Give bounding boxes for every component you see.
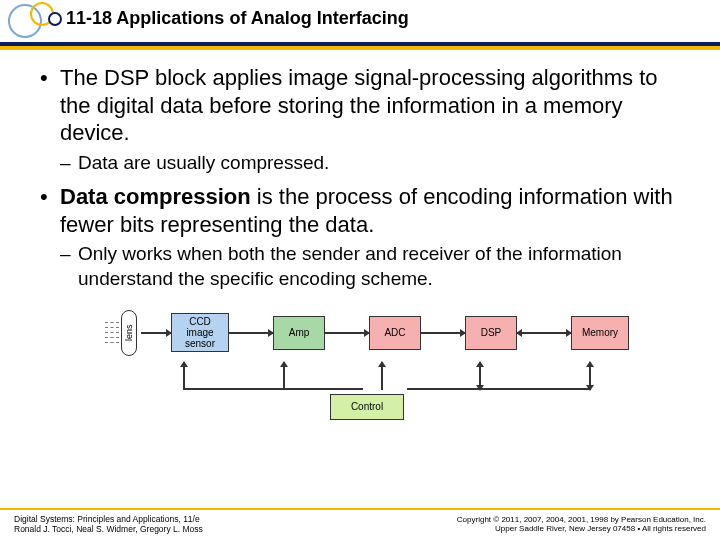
- amp-block: Amp: [273, 316, 325, 350]
- lens-block: lens: [121, 310, 137, 356]
- diagram-main-row: lens CCD image sensor Amp ADC DSP Memory: [50, 310, 684, 356]
- arrow-icon: [325, 332, 369, 334]
- rights-line: Upper Saddle River, New Jersey 07458 • A…: [457, 524, 706, 534]
- slide-footer: Digital Systems: Principles and Applicat…: [0, 508, 720, 534]
- slide-header: 11-18 Applications of Analog Interfacing: [0, 0, 720, 46]
- slide-body: The DSP block applies image signal-proce…: [0, 46, 720, 420]
- term-data-compression: Data compression: [60, 184, 251, 209]
- control-lines: [87, 362, 647, 390]
- bidir-arrow-icon: [517, 332, 571, 334]
- slide-title: 11-18 Applications of Analog Interfacing: [66, 8, 409, 29]
- arrow-icon: [421, 332, 465, 334]
- book-title: Digital Systems: Principles and Applicat…: [14, 514, 203, 524]
- bullet-2: Data compression is the process of encod…: [40, 183, 694, 238]
- memory-block: Memory: [571, 316, 629, 350]
- copyright-line: Copyright © 2011, 2007, 2004, 2001, 1998…: [457, 515, 706, 525]
- dsp-block: DSP: [465, 316, 517, 350]
- footer-left: Digital Systems: Principles and Applicat…: [14, 510, 203, 534]
- block-diagram: lens CCD image sensor Amp ADC DSP Memory…: [50, 310, 684, 420]
- light-rays-icon: [105, 322, 119, 343]
- bullet-1: The DSP block applies image signal-proce…: [40, 64, 694, 147]
- footer-right: Copyright © 2011, 2007, 2004, 2001, 1998…: [457, 511, 706, 534]
- bullet-1-sub: Data are usually compressed.: [60, 151, 694, 176]
- ccd-block: CCD image sensor: [171, 313, 229, 352]
- authors: Ronald J. Tocci, Neal S. Widmer, Gregory…: [14, 524, 203, 534]
- control-block: Control: [330, 394, 404, 420]
- adc-block: ADC: [369, 316, 421, 350]
- arrow-icon: [229, 332, 273, 334]
- arrow-icon: [141, 332, 171, 334]
- bullet-2-sub: Only works when both the sender and rece…: [60, 242, 694, 291]
